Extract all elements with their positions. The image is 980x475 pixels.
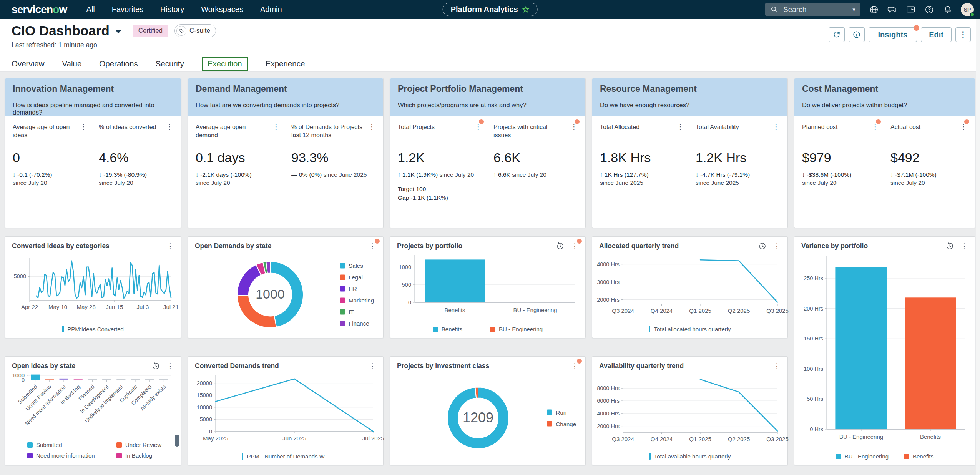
chart-kebab-menu-icon[interactable]: ⋮ — [369, 243, 376, 249]
legend-item-change[interactable]: Change — [547, 420, 576, 427]
metric-kebab-menu-icon[interactable]: ⋮ — [368, 123, 375, 130]
metric-kebab-menu-icon[interactable]: ⋮ — [166, 123, 173, 130]
legend-marker — [836, 454, 841, 459]
time-series-icon[interactable] — [152, 362, 160, 370]
svg-text:BU - Engineering: BU - Engineering — [839, 433, 883, 440]
page-scrollbar[interactable] — [976, 19, 980, 475]
dashboard-switcher-caret-icon[interactable] — [116, 30, 121, 33]
servicenow-logo[interactable]: servicenow — [12, 3, 67, 16]
chart-kebab-menu-icon[interactable]: ⋮ — [369, 363, 376, 369]
legend-item-ppm-ideas-converted[interactable]: PPM:Ideas Converted — [62, 326, 124, 332]
screen-share-icon[interactable] — [905, 4, 916, 15]
time-series-icon[interactable] — [758, 242, 766, 250]
tab-value[interactable]: Value — [62, 59, 81, 68]
time-series-icon[interactable] — [946, 242, 954, 250]
panel-summary-card: Demand Management How fast are we conver… — [188, 78, 384, 228]
legend-item-total-allocated-hours-quarterly[interactable]: Total allocated hours quarterly — [649, 326, 731, 332]
chart-kebab-menu-icon[interactable]: ⋮ — [773, 243, 781, 249]
panel-question: Do we have enough resources? — [600, 101, 780, 109]
legend-item-benefits[interactable]: Benefits — [433, 326, 462, 332]
legend-label: Change — [556, 420, 576, 427]
panel-title: Project Portfolio Management — [398, 84, 578, 94]
legend-item-run[interactable]: Run — [547, 409, 576, 415]
legend-item-bu-engineering[interactable]: BU - Engineering — [836, 453, 889, 460]
svg-text:Q1 2025: Q1 2025 — [689, 307, 711, 314]
legend-item-hr[interactable]: HR — [340, 286, 374, 292]
legend-item-marketing[interactable]: Marketing — [340, 297, 374, 304]
globe-icon[interactable] — [869, 4, 879, 15]
metric-value: 1.2K Hrs — [696, 150, 780, 165]
svg-text:Jun 2025: Jun 2025 — [282, 435, 306, 442]
platform-analytics-pill[interactable]: Platform Analytics ☆ — [443, 3, 538, 16]
legend-item-ppm-number-of-demands-w[interactable]: PPM - Number of Demands W... — [242, 453, 329, 460]
metric-kebab-menu-icon[interactable]: ⋮ — [272, 123, 280, 130]
chart-kebab-menu-icon[interactable]: ⋮ — [961, 243, 968, 249]
nav-item-workspaces[interactable]: Workspaces — [201, 5, 243, 14]
help-icon[interactable] — [924, 4, 934, 15]
time-series-icon[interactable] — [556, 242, 564, 250]
last-refreshed: Last refreshed: 1 minute ago — [12, 41, 216, 49]
chart-header: Converted ideas by categories ⋮ — [5, 237, 181, 251]
chart-area: 1000SalesLegalHRMarketingITFinance — [188, 251, 383, 338]
legend-item-bu-engineering[interactable]: BU - Engineering — [490, 326, 543, 332]
chart-kebab-menu-icon[interactable]: ⋮ — [167, 363, 174, 369]
insights-button[interactable]: Insights — [869, 27, 917, 42]
metric-kebab-menu-icon[interactable]: ⋮ — [80, 123, 87, 130]
nav-item-admin[interactable]: Admin — [260, 5, 282, 14]
legend-label: Legal — [349, 274, 363, 281]
svg-text:10000: 10000 — [197, 404, 212, 410]
projects-by-portfolio-svg: 05001000BenefitsBU - Engineering — [395, 251, 581, 316]
legend-item-under-review[interactable]: Under Review — [116, 442, 169, 448]
metric-value: 0 — [13, 150, 87, 165]
metric-kebab-menu-icon[interactable]: ⋮ — [570, 123, 578, 130]
legend-item-it[interactable]: IT — [340, 309, 374, 315]
search-scope-caret-icon[interactable]: ▾ — [847, 6, 860, 13]
nav-item-history[interactable]: History — [160, 5, 184, 14]
legend-marker — [27, 453, 33, 458]
nav-item-favorites[interactable]: Favorites — [112, 5, 143, 14]
variance-by-portfolio-svg: 0 Hrs50 Hrs100 Hrs150 Hrs200 Hrs250 HrsB… — [800, 251, 970, 443]
metric-kebab-menu-icon[interactable]: ⋮ — [960, 123, 967, 130]
legend-item-sales[interactable]: Sales — [340, 262, 374, 269]
tab-security[interactable]: Security — [156, 59, 184, 68]
search-input[interactable] — [782, 5, 840, 14]
tab-experience[interactable]: Experience — [266, 59, 305, 68]
info-button[interactable] — [849, 27, 865, 42]
favorite-star-icon[interactable]: ☆ — [522, 5, 530, 13]
bar-benefits — [905, 297, 956, 429]
page-header: CIO Dashboard Certified C-suite Last ref… — [0, 19, 980, 56]
notifications-bell-icon[interactable] — [942, 4, 953, 15]
chart-kebab-menu-icon[interactable]: ⋮ — [571, 363, 578, 369]
legend-item-total-available-hours-quarterly[interactable]: Total available hours quarterly — [649, 453, 731, 460]
user-avatar[interactable]: SP — [961, 3, 974, 16]
tab-overview[interactable]: Overview — [12, 59, 44, 68]
chart-area: 1209RunChange — [390, 371, 585, 465]
legend-item-need-more-information[interactable]: Need more information — [27, 452, 116, 459]
refresh-button[interactable] — [829, 27, 845, 42]
legend-item-finance[interactable]: Finance — [340, 320, 374, 327]
chart-variance-by-portfolio: Variance by portfolio ⋮ 0 Hrs50 Hrs100 H… — [794, 236, 975, 465]
metric-kebab-menu-icon[interactable]: ⋮ — [677, 123, 684, 130]
tab-operations[interactable]: Operations — [99, 59, 138, 68]
legend-item-submitted[interactable]: Submitted — [27, 442, 116, 448]
tab-execution[interactable]: Execution — [202, 57, 248, 71]
legend-item-benefits[interactable]: Benefits — [904, 453, 933, 460]
legend-scrollbar-thumb[interactable] — [175, 435, 179, 447]
metric-kebab-menu-icon[interactable]: ⋮ — [475, 123, 482, 130]
csuite-tag-pill[interactable]: C-suite — [174, 24, 216, 37]
panel-title: Resource Management — [600, 84, 780, 94]
chart-kebab-menu-icon[interactable]: ⋮ — [571, 243, 578, 249]
legend-item-in-backlog[interactable]: In Backlog — [116, 452, 169, 459]
chart-kebab-menu-icon[interactable]: ⋮ — [167, 243, 174, 249]
metric-kebab-menu-icon[interactable]: ⋮ — [772, 123, 780, 130]
chart-kebab-menu-icon[interactable]: ⋮ — [773, 363, 781, 369]
series-line — [700, 379, 777, 431]
metric-kebab-menu-icon[interactable]: ⋮ — [872, 123, 879, 130]
panel-header: Demand Management How fast are we conver… — [188, 78, 383, 116]
edit-button[interactable]: Edit — [921, 27, 952, 42]
legend-item-legal[interactable]: Legal — [340, 274, 374, 281]
nav-item-all[interactable]: All — [86, 5, 95, 14]
header-kebab-menu[interactable]: ⋮ — [955, 27, 971, 42]
search-box[interactable]: ▾ — [765, 3, 860, 16]
chat-icon[interactable] — [887, 4, 897, 15]
